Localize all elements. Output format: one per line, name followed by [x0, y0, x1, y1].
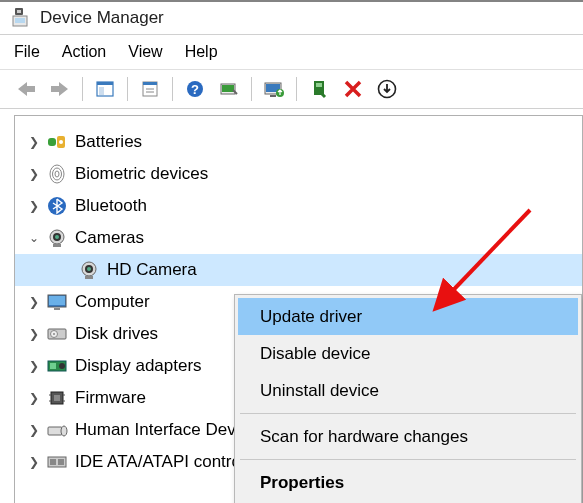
toolbar: ?	[0, 69, 583, 109]
svg-point-27	[55, 171, 59, 177]
svg-point-35	[87, 267, 91, 271]
chevron-right-icon[interactable]: ❯	[23, 199, 45, 213]
svg-rect-38	[49, 296, 65, 305]
toolbar-separator	[251, 77, 252, 101]
gpu-icon	[45, 354, 69, 378]
menu-view[interactable]: View	[128, 43, 162, 61]
tree-label: Computer	[75, 292, 150, 312]
tree-item-batteries[interactable]: ❯ Batteries	[15, 126, 582, 158]
svg-text:?: ?	[191, 82, 199, 97]
context-menu-uninstall-device[interactable]: Uninstall device	[238, 372, 578, 409]
tree-label: Cameras	[75, 228, 144, 248]
context-menu-scan-hardware[interactable]: Scan for hardware changes	[238, 418, 578, 455]
svg-rect-8	[143, 82, 157, 85]
menu-help[interactable]: Help	[185, 43, 218, 61]
chevron-right-icon[interactable]: ❯	[23, 359, 45, 373]
svg-rect-1	[17, 10, 21, 13]
svg-rect-56	[58, 459, 64, 465]
properties-button[interactable]	[134, 74, 166, 104]
enable-device-button[interactable]	[303, 74, 335, 104]
context-menu-separator	[240, 413, 576, 414]
chip-icon	[45, 386, 69, 410]
chevron-right-icon[interactable]: ❯	[23, 455, 45, 469]
svg-point-42	[53, 333, 55, 335]
tree-item-biometric[interactable]: ❯ Biometric devices	[15, 158, 582, 190]
svg-point-31	[55, 235, 59, 239]
tree-item-hd-camera[interactable]: HD Camera	[15, 254, 582, 286]
tree-label: Disk drives	[75, 324, 158, 344]
scan-hardware-button[interactable]	[213, 74, 245, 104]
context-menu-update-driver[interactable]: Update driver	[238, 298, 578, 335]
svg-rect-17	[270, 95, 276, 97]
update-driver-button[interactable]	[258, 74, 290, 104]
tree-label: Firmware	[75, 388, 146, 408]
window-title: Device Manager	[40, 8, 164, 28]
fingerprint-icon	[45, 162, 69, 186]
tree-label: Bluetooth	[75, 196, 147, 216]
svg-point-45	[59, 363, 65, 369]
chevron-right-icon[interactable]: ❯	[23, 423, 45, 437]
svg-point-24	[59, 140, 63, 144]
disable-device-button[interactable]	[337, 74, 369, 104]
svg-rect-6	[99, 87, 104, 95]
title-bar: Device Manager	[0, 0, 583, 35]
context-menu-separator	[240, 459, 576, 460]
svg-point-26	[53, 168, 62, 180]
tree-label: Display adapters	[75, 356, 202, 376]
svg-rect-22	[48, 138, 56, 146]
svg-rect-39	[54, 308, 60, 310]
chevron-right-icon[interactable]: ❯	[23, 391, 45, 405]
monitor-icon	[45, 290, 69, 314]
svg-rect-47	[54, 395, 60, 401]
chevron-right-icon[interactable]: ❯	[23, 327, 45, 341]
ide-icon	[45, 450, 69, 474]
context-menu-disable-device[interactable]: Disable device	[238, 335, 578, 372]
svg-rect-14	[222, 85, 234, 92]
context-menu-properties[interactable]: Properties	[238, 464, 578, 501]
bluetooth-icon	[45, 194, 69, 218]
help-button[interactable]: ?	[179, 74, 211, 104]
svg-rect-3	[15, 18, 25, 23]
chevron-down-icon[interactable]: ⌄	[23, 231, 45, 245]
svg-rect-55	[50, 459, 56, 465]
toolbar-separator	[296, 77, 297, 101]
chevron-right-icon[interactable]: ❯	[23, 135, 45, 149]
svg-rect-44	[50, 363, 56, 369]
svg-rect-52	[48, 427, 62, 435]
back-button[interactable]	[10, 74, 42, 104]
tree-label: Biometric devices	[75, 164, 208, 184]
tree-label: Batteries	[75, 132, 142, 152]
camera-icon	[45, 226, 69, 250]
camera-icon	[77, 258, 101, 282]
context-menu: Update driver Disable device Uninstall d…	[234, 294, 582, 503]
chevron-right-icon[interactable]: ❯	[23, 167, 45, 181]
tree-item-cameras[interactable]: ⌄ Cameras	[15, 222, 582, 254]
uninstall-device-button[interactable]	[371, 74, 403, 104]
show-hide-console-button[interactable]	[89, 74, 121, 104]
tree-label: HD Camera	[107, 260, 197, 280]
menu-bar: File Action View Help	[0, 35, 583, 69]
toolbar-separator	[82, 77, 83, 101]
forward-button[interactable]	[44, 74, 76, 104]
disk-icon	[45, 322, 69, 346]
chevron-right-icon[interactable]: ❯	[23, 295, 45, 309]
svg-rect-32	[53, 244, 61, 247]
svg-rect-20	[316, 83, 322, 87]
device-manager-icon	[10, 8, 30, 28]
hid-icon	[45, 418, 69, 442]
menu-file[interactable]: File	[14, 43, 40, 61]
battery-icon	[45, 130, 69, 154]
svg-rect-36	[85, 276, 93, 279]
toolbar-separator	[127, 77, 128, 101]
menu-action[interactable]: Action	[62, 43, 106, 61]
svg-rect-5	[97, 82, 113, 85]
toolbar-separator	[172, 77, 173, 101]
tree-item-bluetooth[interactable]: ❯ Bluetooth	[15, 190, 582, 222]
svg-point-53	[61, 426, 67, 436]
